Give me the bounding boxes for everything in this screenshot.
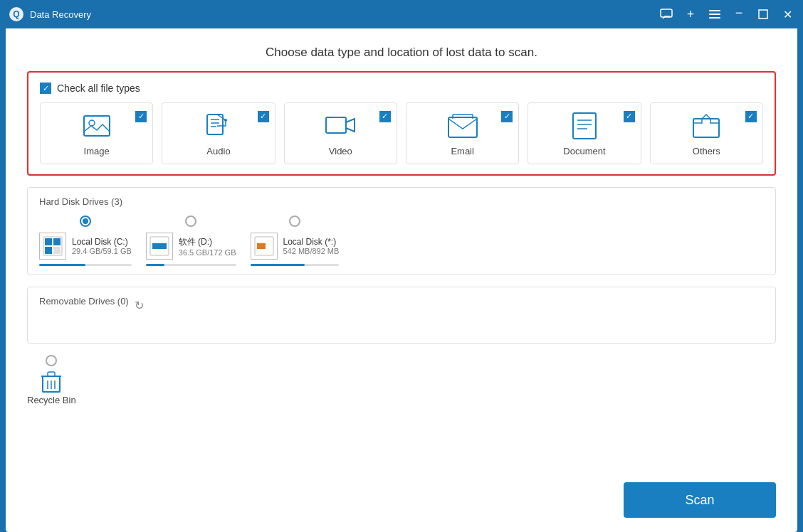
recycle-bin-icon bbox=[41, 371, 61, 393]
removable-title-row: Removable Drives (0) ↻ bbox=[39, 296, 764, 315]
recycle-radio[interactable] bbox=[46, 355, 57, 366]
recycle-label: Recycle Bin bbox=[27, 395, 76, 405]
drive-c-name: Local Disk (C:) bbox=[72, 237, 132, 247]
email-checkbox[interactable] bbox=[501, 109, 513, 122]
hard-disk-title: Hard Disk Drives (3) bbox=[39, 196, 764, 207]
svg-rect-20 bbox=[693, 119, 719, 137]
svg-rect-3 bbox=[709, 10, 720, 11]
svg-point-8 bbox=[89, 120, 95, 126]
file-type-document[interactable]: Document bbox=[528, 102, 641, 164]
titlebar: Q Data Recovery + − ✕ bbox=[0, 0, 803, 28]
file-type-section: Check all file types Image bbox=[27, 71, 776, 176]
svg-rect-4 bbox=[709, 14, 720, 15]
menu-icon[interactable] bbox=[708, 7, 722, 21]
hard-disk-section: Hard Disk Drives (3) bbox=[27, 187, 776, 275]
svg-rect-15 bbox=[448, 117, 477, 137]
window-controls: + − ✕ bbox=[659, 7, 794, 21]
document-checkbox[interactable] bbox=[624, 109, 635, 122]
file-type-email[interactable]: Email bbox=[406, 102, 519, 164]
email-label: Email bbox=[451, 146, 474, 156]
app-title: Data Recovery bbox=[30, 9, 659, 20]
svg-rect-22 bbox=[45, 238, 52, 245]
audio-icon bbox=[203, 110, 234, 142]
video-icon bbox=[325, 110, 356, 142]
add-icon[interactable]: + bbox=[683, 7, 698, 21]
page-heading: Choose data type and location of lost da… bbox=[27, 46, 776, 60]
check-all-label: Check all file types bbox=[57, 83, 140, 94]
drives-row: Local Disk (C:) 29.4 GB/59.1 GB bbox=[39, 216, 764, 266]
file-type-image[interactable]: Image bbox=[40, 102, 153, 164]
document-label: Document bbox=[563, 146, 605, 156]
check-all-row: Check all file types bbox=[40, 83, 763, 94]
minimize-icon[interactable]: − bbox=[732, 7, 746, 21]
recycle-row: Recycle Bin bbox=[27, 355, 776, 405]
file-type-video[interactable]: Video bbox=[284, 102, 397, 164]
svg-point-13 bbox=[224, 119, 227, 122]
drive-c[interactable]: Local Disk (C:) 29.4 GB/59.1 GB bbox=[39, 216, 132, 266]
svg-rect-9 bbox=[207, 115, 223, 134]
maximize-icon[interactable] bbox=[756, 7, 770, 21]
svg-rect-16 bbox=[573, 113, 596, 139]
svg-rect-6 bbox=[759, 10, 767, 18]
main-window: Choose data type and location of lost da… bbox=[6, 28, 797, 532]
file-types-grid: Image bbox=[40, 102, 763, 164]
svg-rect-14 bbox=[326, 117, 346, 133]
drive-c-bar bbox=[39, 264, 132, 266]
refresh-icon[interactable]: ↻ bbox=[135, 299, 144, 312]
svg-text:Q: Q bbox=[13, 9, 19, 19]
scan-button[interactable]: Scan bbox=[624, 482, 776, 518]
drive-e-bar bbox=[251, 264, 340, 266]
drive-d-icon bbox=[146, 233, 173, 260]
image-label: Image bbox=[84, 146, 110, 156]
app-icon: Q bbox=[9, 6, 24, 22]
svg-rect-23 bbox=[45, 247, 52, 254]
drive-c-radio[interactable] bbox=[80, 216, 91, 227]
drive-e[interactable]: Local Disk (*:) 542 MB/892 MB bbox=[251, 216, 340, 266]
svg-rect-24 bbox=[53, 238, 61, 245]
others-label: Others bbox=[693, 146, 720, 156]
svg-rect-27 bbox=[152, 243, 167, 249]
svg-rect-7 bbox=[84, 116, 110, 136]
file-type-audio[interactable]: Audio bbox=[162, 102, 275, 164]
audio-checkbox[interactable] bbox=[258, 109, 269, 122]
video-checkbox[interactable] bbox=[379, 109, 391, 122]
others-checkbox[interactable] bbox=[745, 109, 757, 122]
content-area: Choose data type and location of lost da… bbox=[6, 28, 797, 532]
drive-e-name: Local Disk (*:) bbox=[283, 237, 340, 247]
drive-d-size: 36.5 GB/172 GB bbox=[179, 248, 236, 257]
svg-rect-25 bbox=[53, 247, 61, 254]
drive-d-name: 软件 (D:) bbox=[179, 236, 236, 248]
drive-c-icon bbox=[39, 233, 66, 260]
image-checkbox[interactable] bbox=[135, 109, 147, 122]
drive-d-radio[interactable] bbox=[185, 216, 196, 227]
chat-icon[interactable] bbox=[659, 7, 673, 21]
removable-title: Removable Drives (0) bbox=[39, 296, 129, 307]
scan-btn-row: Scan bbox=[27, 482, 776, 518]
image-icon bbox=[81, 110, 112, 142]
check-all-checkbox[interactable] bbox=[40, 83, 51, 94]
drive-d-info: 软件 (D:) 36.5 GB/172 GB bbox=[179, 236, 236, 257]
email-icon bbox=[447, 110, 478, 142]
drive-c-size: 29.4 GB/59.1 GB bbox=[72, 247, 132, 255]
audio-label: Audio bbox=[206, 146, 230, 156]
drive-e-icon bbox=[251, 233, 278, 260]
svg-rect-29 bbox=[257, 243, 266, 249]
video-label: Video bbox=[329, 146, 352, 156]
document-icon bbox=[569, 110, 600, 142]
drive-e-radio[interactable] bbox=[289, 216, 300, 227]
drive-d[interactable]: 软件 (D:) 36.5 GB/172 GB bbox=[146, 216, 236, 266]
file-type-others[interactable]: Others bbox=[650, 102, 763, 164]
drive-e-size: 542 MB/892 MB bbox=[283, 247, 340, 255]
svg-rect-5 bbox=[709, 17, 720, 18]
drive-c-info: Local Disk (C:) 29.4 GB/59.1 GB bbox=[72, 237, 132, 255]
removable-section: Removable Drives (0) ↻ bbox=[27, 287, 776, 344]
close-icon[interactable]: ✕ bbox=[780, 7, 794, 21]
drive-e-info: Local Disk (*:) 542 MB/892 MB bbox=[283, 237, 340, 255]
others-icon bbox=[691, 110, 722, 142]
drive-d-bar bbox=[146, 264, 236, 266]
